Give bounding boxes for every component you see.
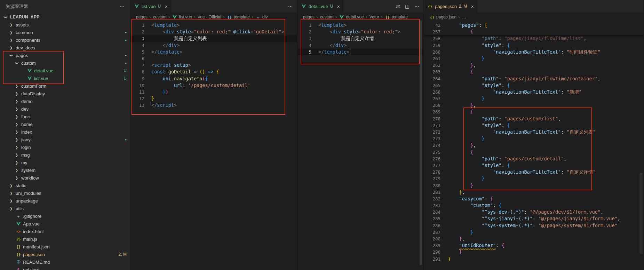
folder-item-customform[interactable]: ❯customForm bbox=[0, 82, 130, 90]
breadcrumb-item-div[interactable]: ◇div bbox=[255, 15, 268, 19]
folder-item-dev[interactable]: ❯dev bbox=[0, 105, 130, 113]
code-line[interactable]: 257 { bbox=[424, 29, 644, 35]
breadcrumb-item-pages[interactable]: pages bbox=[136, 15, 148, 19]
folder-item-uni_modules[interactable]: ❯uni_modules bbox=[0, 189, 130, 197]
code-line[interactable]: 6 bbox=[130, 55, 297, 62]
folder-item-learun_app[interactable]: ❯LEARUN_APP bbox=[0, 13, 130, 21]
folder-item-my[interactable]: ❯my bbox=[0, 159, 130, 166]
file-item-detail.vue[interactable]: detail.vueU bbox=[0, 67, 130, 74]
code-line[interactable]: 9 uni.navigateTo({ bbox=[130, 76, 297, 82]
folder-item-components[interactable]: ❯components● bbox=[0, 36, 130, 44]
code-line[interactable]: 273 } bbox=[424, 135, 644, 142]
code-line[interactable]: 288 }, bbox=[424, 236, 644, 242]
code-line[interactable]: 260 "navigationBarTitleText": "时间组件验证" bbox=[424, 49, 644, 55]
folder-item-jianyi[interactable]: ❯jianyi● bbox=[0, 136, 130, 143]
file-item-pages.json[interactable]: {}pages.json2, M bbox=[0, 251, 130, 258]
folder-item-datadisplay[interactable]: ❯dataDisplay bbox=[0, 90, 130, 97]
code-line[interactable]: 258 "path": "pages/jianyi/flowTime/list"… bbox=[424, 35, 644, 42]
code-line[interactable]: 277 "style": { bbox=[424, 162, 644, 169]
code-line[interactable]: 11 }) bbox=[130, 89, 297, 95]
code-line[interactable]: 268 }, bbox=[424, 102, 644, 109]
code-line[interactable]: 10 url: '/pages/custom/detail' bbox=[130, 82, 297, 89]
folder-item-assets[interactable]: ❯assets bbox=[0, 21, 130, 29]
folder-item-home[interactable]: ❯home bbox=[0, 120, 130, 128]
split-editor-icon[interactable]: ◫ bbox=[405, 3, 410, 9]
close-icon[interactable]: × bbox=[165, 4, 168, 9]
breadcrumb-item-vue---official[interactable]: Vue - Official bbox=[198, 15, 221, 19]
code-line[interactable]: 42 "pages": [ bbox=[424, 22, 644, 29]
code-line[interactable]: 275 { bbox=[424, 149, 644, 156]
breadcrumb-item-custom[interactable]: custom bbox=[153, 15, 167, 19]
code-line[interactable]: 285 "^sys-jianyi-(.*)": "@/pages/jianyi/… bbox=[424, 215, 644, 222]
folder-item-utils[interactable]: ❯utils bbox=[0, 205, 130, 212]
folder-item-static[interactable]: ❯static bbox=[0, 182, 130, 189]
code-line[interactable]: 282 "easycom": { bbox=[424, 196, 644, 202]
folder-item-pages[interactable]: ❯pages● bbox=[0, 51, 130, 59]
code-line[interactable]: 261 } bbox=[424, 55, 644, 62]
code-line[interactable]: 5</template> bbox=[297, 49, 423, 55]
code-line[interactable]: 8const goDetail = () => { bbox=[130, 69, 297, 75]
folder-item-dev_docs[interactable]: ❯dev_docs bbox=[0, 44, 130, 51]
code-line[interactable]: 269 { bbox=[424, 109, 644, 115]
breadcrumb-item-template[interactable]: {}template bbox=[385, 15, 408, 19]
code-line[interactable]: 279 } bbox=[424, 175, 644, 182]
folder-item-login[interactable]: ❯login bbox=[0, 143, 130, 151]
breadcrumb-item-template[interactable]: {}template bbox=[227, 15, 250, 19]
code-line[interactable]: 272 "navigationBarTitleText": "自定义列表" bbox=[424, 129, 644, 135]
code-line[interactable]: 266 "navigationBarTitleText": "新增" bbox=[424, 89, 644, 95]
code-line[interactable]: 291} bbox=[424, 256, 644, 262]
code-line[interactable]: 270 "path": "pages/custom/list", bbox=[424, 116, 644, 122]
close-icon[interactable]: × bbox=[471, 4, 474, 9]
folder-item-func[interactable]: ❯func bbox=[0, 113, 130, 120]
code-line[interactable]: 1<template> bbox=[297, 22, 423, 29]
code-line[interactable]: 263 { bbox=[424, 69, 644, 75]
code-line[interactable]: 7<script setup> bbox=[130, 62, 297, 69]
breadcrumb-item--[interactable]: … bbox=[462, 15, 466, 19]
more-actions-icon[interactable]: ⋯ bbox=[414, 3, 419, 9]
code-line[interactable]: 5</template> bbox=[130, 49, 297, 55]
code-line[interactable]: 12} bbox=[130, 95, 297, 102]
breadcrumb-item-list.vue[interactable]: list.vue bbox=[172, 15, 192, 19]
file-item-manifest.json[interactable]: {}manifest.json bbox=[0, 243, 130, 251]
code-line[interactable]: 267 } bbox=[424, 95, 644, 102]
folder-item-msg[interactable]: ❯msg bbox=[0, 151, 130, 159]
file-item-readme.md[interactable]: ⓘREADME.md bbox=[0, 258, 130, 266]
breadcrumb-item-custom[interactable]: custom bbox=[320, 15, 334, 19]
code-line[interactable]: 289 "uniIdRouter": { bbox=[424, 242, 644, 249]
code-line[interactable]: 13</script> bbox=[130, 102, 297, 109]
folder-item-custom[interactable]: ❯custom● bbox=[0, 59, 130, 67]
folder-item-workflow[interactable]: ❯workflow bbox=[0, 174, 130, 182]
tab-detail-vue[interactable]: detail.vueU× bbox=[297, 0, 344, 13]
code-line[interactable]: 4 </div> bbox=[130, 42, 297, 49]
file-item-.gitignore[interactable]: ◆.gitignore bbox=[0, 212, 130, 220]
folder-item-system[interactable]: ❯system bbox=[0, 166, 130, 174]
code-line[interactable]: 278 "navigationBarTitleText": "自定义详情" bbox=[424, 169, 644, 175]
breadcrumb-item-detail.vue[interactable]: detail.vue bbox=[339, 15, 364, 19]
code-line[interactable]: 287 } bbox=[424, 229, 644, 236]
code-line[interactable]: 284 "^sys-dev-(.*)": "@/pages/dev/$1/for… bbox=[424, 209, 644, 215]
breadcrumb-item-vetur[interactable]: Vetur bbox=[369, 15, 379, 19]
folder-item-demo[interactable]: ❯demo bbox=[0, 97, 130, 105]
file-item-main.js[interactable]: JSmain.js bbox=[0, 235, 130, 243]
breadcrumb-item-pages.json[interactable]: {}pages.json bbox=[429, 15, 456, 19]
code-line[interactable]: 1<template> bbox=[130, 22, 297, 29]
code-area[interactable]: 1<template>2 <div style="color: red;">3 … bbox=[297, 22, 423, 270]
code-line[interactable]: 2 <div style="color: red;" @click="goDet… bbox=[130, 29, 297, 35]
file-item-app.vue[interactable]: App.vue bbox=[0, 220, 130, 228]
code-line[interactable]: 286 "^sys-system-(.*)": "@/pages/system/… bbox=[424, 222, 644, 229]
close-icon[interactable]: × bbox=[337, 4, 340, 9]
tab-pages-json[interactable]: {}pages.json2, M× bbox=[424, 0, 478, 13]
code-line[interactable]: 283 "custom": { bbox=[424, 202, 644, 209]
code-line[interactable]: 262 }, bbox=[424, 62, 644, 69]
code-line[interactable]: 276 "path": "pages/custom/detail", bbox=[424, 156, 644, 162]
file-item-list.vue[interactable]: list.vueU bbox=[0, 74, 130, 82]
breadcrumb-item-pages[interactable]: pages bbox=[303, 15, 315, 19]
code-line[interactable]: 3 我是自定义列表 bbox=[130, 35, 297, 42]
code-line[interactable]: 259 "style": { bbox=[424, 42, 644, 49]
code-line[interactable]: 280 } bbox=[424, 182, 644, 189]
tab-list-vue[interactable]: list.vueU× bbox=[130, 0, 172, 13]
code-line[interactable]: 3 我是自定义详情 bbox=[297, 35, 423, 42]
code-line[interactable]: 271 "style": { bbox=[424, 122, 644, 129]
code-line[interactable]: 290 } bbox=[424, 249, 644, 255]
file-item-index.html[interactable]: <>index.html bbox=[0, 228, 130, 235]
